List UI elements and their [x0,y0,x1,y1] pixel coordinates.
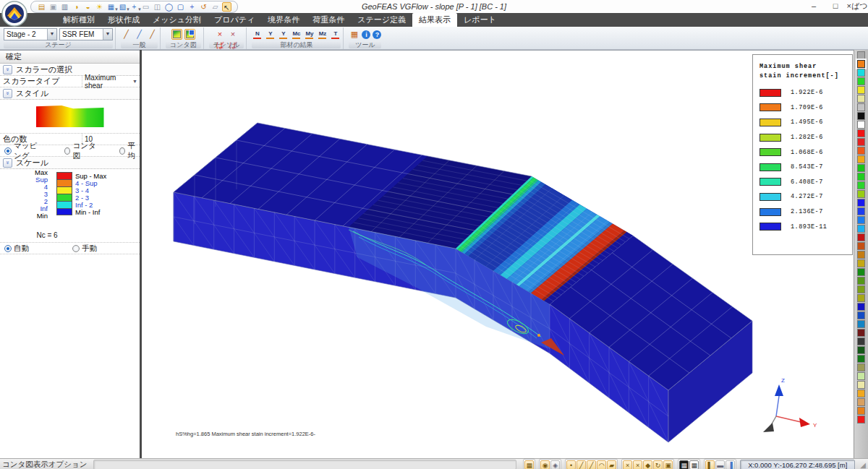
tab-0[interactable]: 解析種別 [56,13,101,27]
open-project-icon[interactable]: ▤ [37,2,46,12]
radio-icon[interactable] [119,147,125,155]
palette-color-11[interactable] [857,147,865,155]
maximize-button[interactable]: □ [825,0,846,13]
3d-viewport[interactable]: Z Y hS%hg=1.865 Maximum shear stain incr… [142,50,854,458]
snap-midpoint-icon[interactable]: ×ばつ [633,460,642,469]
draw-polygon-icon[interactable]: ▰ [607,460,616,469]
palette-color-28[interactable] [857,294,865,302]
view-cube-icon[interactable]: ▦▼ [106,2,116,12]
snap-node-icon[interactable]: ◉ [540,460,550,469]
print-preview-icon[interactable]: ▥ [60,2,69,12]
resize-grip-icon[interactable]: ◢ [859,461,866,469]
rotate-view-icon[interactable]: ↺ [199,2,208,12]
solver-combobox[interactable]: SSR FEM▼ [59,28,113,40]
palette-color-37[interactable] [857,372,865,380]
auto-option-1[interactable]: 手動 [72,244,97,254]
screen-white-icon[interactable]: ▦ [689,460,699,469]
zoom-icon[interactable]: ◯ [164,2,174,12]
refresh-view-icon[interactable]: ↻ [653,460,663,469]
tab-1[interactable]: 形状作成 [101,13,146,27]
palette-color-29[interactable] [857,303,865,311]
radio-icon[interactable] [4,245,12,252]
palette-color-13[interactable] [857,164,865,172]
palette-color-24[interactable] [857,259,865,267]
palette-color-33[interactable] [857,337,865,345]
palette-color-8[interactable] [857,121,865,129]
palette-color-18[interactable] [857,207,865,215]
palette-color-0[interactable] [857,51,865,59]
palette-color-30[interactable] [857,311,865,319]
display-mode-icon[interactable]: ▧▼ [118,2,127,12]
camera-view-icon[interactable]: +▼ [129,2,139,12]
zoom-window-icon[interactable]: ▢ [176,2,185,12]
stress-tensor-icon[interactable]: ×ばつ [215,29,226,40]
palette-color-40[interactable] [857,398,865,406]
select-sheet-icon[interactable]: ▱ [210,2,220,12]
save-project-icon[interactable]: ▣ [48,2,58,12]
draw-point-icon[interactable]: • [566,460,576,469]
palette-color-35[interactable] [857,355,865,363]
mode-option-1[interactable]: コンタ図 [64,141,98,161]
palette-color-20[interactable] [857,225,865,233]
tab-4[interactable]: 境界条件 [261,13,306,27]
palette-color-41[interactable] [857,407,865,415]
help-icon[interactable]: ? [373,30,381,39]
draw-polyline-icon[interactable]: ╱ [587,460,596,469]
displacement-result-icon[interactable]: ╱ [134,29,145,40]
palette-color-6[interactable] [857,103,865,111]
palette-color-19[interactable] [857,216,865,224]
paste-image-icon[interactable]: ◫ [153,2,162,12]
palette-color-5[interactable] [857,95,865,103]
palette-color-25[interactable] [857,268,865,276]
shear-force-y-icon[interactable]: Y [265,30,276,39]
auto-option-0[interactable]: 自動 [4,244,29,254]
contour-section-icon[interactable] [184,29,195,40]
radio-icon[interactable] [72,245,80,252]
scalar-type-dropdown[interactable]: Maximum shear▼ [82,76,140,87]
palette-color-42[interactable] [857,416,865,423]
radio-icon[interactable] [4,147,12,155]
snap-intersection-icon[interactable]: ◆ [643,460,652,469]
palette-color-36[interactable] [857,363,865,371]
layout-left-icon[interactable]: ▌ [705,460,715,469]
screen-black-icon[interactable]: ▦ [679,460,689,469]
palette-color-4[interactable] [857,86,865,94]
grid-lock-icon[interactable]: ◈ [550,460,560,469]
tab-8[interactable]: レポート [457,13,503,27]
palette-color-2[interactable] [857,69,865,77]
tab-7[interactable]: 結果表示 [412,13,457,27]
options-icon[interactable]: ▦ [349,29,359,40]
palette-color-21[interactable] [857,233,865,241]
snap-endpoint-icon[interactable]: ×ばつ [623,460,632,469]
collapse-icon[interactable]: » [3,89,12,98]
collapse-icon[interactable]: » [3,65,12,74]
shear-force-z-icon[interactable]: Y [278,30,289,39]
moment-x-icon[interactable]: Mc [291,30,302,39]
palette-color-1[interactable] [857,60,865,68]
palette-color-15[interactable] [857,181,865,189]
palette-color-26[interactable] [857,277,865,285]
brightness-icon[interactable]: ☀ [95,2,104,12]
style-section-header[interactable]: » スタイル [0,87,140,100]
palette-color-9[interactable] [857,129,865,137]
palette-color-39[interactable] [857,390,865,397]
tab-2[interactable]: メッシュ分割 [146,13,208,27]
history-compass-icon[interactable]: ◑ [72,2,81,12]
copy-image-icon[interactable]: ▭ [141,2,150,12]
palette-color-23[interactable] [857,251,865,259]
radio-icon[interactable] [64,147,70,155]
palette-color-27[interactable] [857,285,865,293]
contour-map-icon[interactable] [171,29,182,40]
draw-line-icon[interactable]: ╱ [576,460,586,469]
vector-result-icon[interactable]: ╱ [147,29,158,40]
moment-y-icon[interactable]: My [304,30,315,39]
palette-color-16[interactable] [857,190,865,198]
info-icon[interactable]: i [362,30,370,39]
layout-right-icon[interactable]: ▐ [726,460,735,469]
palette-color-31[interactable] [857,320,865,328]
palette-color-10[interactable] [857,138,865,146]
pick-time-icon[interactable]: ◒ [83,2,93,12]
pointer-icon[interactable]: ↖ [222,2,231,12]
draw-arc-icon[interactable]: ◠ [597,460,606,469]
tab-3[interactable]: プロパティ [208,13,261,27]
